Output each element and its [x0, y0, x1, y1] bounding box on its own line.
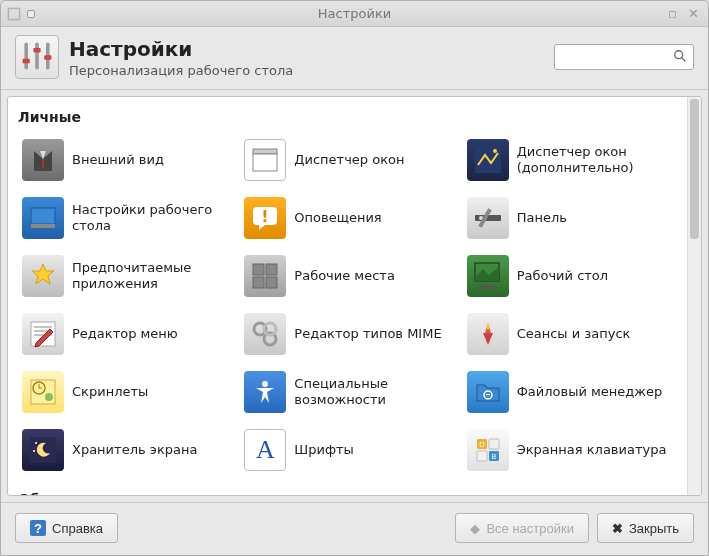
item-label: Сеансы и запуск [517, 326, 631, 342]
svg-rect-10 [253, 149, 277, 154]
screenlets-icon [22, 371, 64, 413]
page-title: Настройки [69, 37, 293, 61]
svg-rect-4 [23, 59, 30, 64]
panel-icon [467, 197, 509, 239]
svg-rect-48 [477, 451, 487, 461]
titlebar[interactable]: Настройки ▫ ✕ [1, 1, 708, 27]
search-icon [673, 49, 687, 66]
close-button[interactable]: ✖ Закрыть [597, 513, 694, 543]
close-icon: ✖ [612, 521, 623, 536]
window-manager-icon [244, 139, 286, 181]
svg-rect-5 [33, 48, 40, 53]
item-panel[interactable]: Панель [463, 191, 677, 245]
svg-point-41 [262, 381, 268, 387]
header-text: Настройки Персонализация рабочего стола [69, 37, 293, 78]
item-fonts[interactable]: A Шрифты [240, 423, 454, 477]
header: Настройки Персонализация рабочего стола [1, 27, 708, 90]
fonts-icon: A [244, 429, 286, 471]
scrollbar-thumb[interactable] [690, 99, 699, 239]
item-window-manager[interactable]: Диспетчер окон [240, 133, 454, 187]
section-personal-title: Личные [18, 109, 677, 125]
close-window-icon[interactable]: ✕ [688, 7, 702, 21]
svg-rect-23 [253, 277, 264, 288]
item-label: Диспетчер окон [294, 152, 404, 168]
item-screenlets[interactable]: Скринлеты [18, 365, 232, 419]
help-icon: ? [30, 520, 46, 536]
item-menu-editor[interactable]: Редактор меню [18, 307, 232, 361]
svg-rect-6 [44, 55, 51, 60]
item-preferred-apps[interactable]: Предпочитаемые приложения [18, 249, 232, 303]
item-mime-editor[interactable]: Редактор типов MIME [240, 307, 454, 361]
search-input[interactable] [554, 44, 694, 70]
item-screensaver[interactable]: Хранитель экрана [18, 423, 232, 477]
item-label: Редактор типов MIME [294, 326, 441, 342]
back-icon: ◆ [470, 521, 480, 536]
item-onscreen-keyboard[interactable]: OB Экранная клавиатура [463, 423, 677, 477]
item-label: Диспетчер окон (дополнительно) [517, 144, 673, 177]
section-hardware-title: Оборудование [18, 491, 677, 495]
item-desktop-settings[interactable]: Настройки рабочего стола [18, 191, 232, 245]
item-workspaces[interactable]: Рабочие места [240, 249, 454, 303]
minimize-icon[interactable]: ▫ [668, 7, 682, 21]
svg-point-13 [493, 149, 497, 153]
item-session-startup[interactable]: Сеансы и запуск [463, 307, 677, 361]
item-file-manager[interactable]: Файловый менеджер [463, 365, 677, 419]
item-appearance[interactable]: Внешний вид [18, 133, 232, 187]
screensaver-icon [22, 429, 64, 471]
svg-rect-2 [35, 43, 39, 70]
scrollbar[interactable] [687, 97, 701, 495]
file-manager-icon [467, 371, 509, 413]
wm-tweaks-icon [467, 139, 509, 181]
item-label: Внешний вид [72, 152, 164, 168]
svg-rect-26 [481, 285, 493, 287]
svg-point-45 [33, 450, 35, 452]
svg-rect-0 [8, 8, 19, 19]
appearance-icon [22, 139, 64, 181]
item-label: Оповещения [294, 210, 381, 226]
svg-rect-47 [489, 439, 499, 449]
svg-rect-1 [24, 43, 28, 70]
svg-text:!: ! [262, 207, 269, 226]
titlebar-left [7, 7, 35, 21]
svg-text:B: B [491, 453, 496, 461]
settings-header-icon [15, 35, 59, 79]
all-settings-button: ◆ Все настройки [455, 513, 589, 543]
personal-grid: Внешний вид Диспетчер окон Диспетчер око… [18, 133, 677, 477]
all-settings-label: Все настройки [486, 521, 574, 536]
window-title: Настройки [1, 6, 708, 21]
mime-editor-icon [244, 313, 286, 355]
item-label: Настройки рабочего стола [72, 202, 228, 235]
session-icon [467, 313, 509, 355]
svg-rect-27 [477, 287, 497, 289]
help-button[interactable]: ? Справка [15, 513, 118, 543]
item-label: Предпочитаемые приложения [72, 260, 228, 293]
page-subtitle: Персонализация рабочего стола [69, 63, 293, 78]
titlebar-dot-icon [27, 10, 35, 18]
item-label: Панель [517, 210, 567, 226]
svg-rect-9 [42, 159, 44, 169]
menu-editor-icon [22, 313, 64, 355]
svg-point-40 [45, 393, 53, 401]
preferred-apps-icon [22, 255, 64, 297]
item-label: Шрифты [294, 442, 354, 458]
item-accessibility[interactable]: Специальные возможности [240, 365, 454, 419]
footer: ? Справка ◆ Все настройки ✖ Закрыть [1, 502, 708, 555]
workspaces-icon [244, 255, 286, 297]
item-wallpaper[interactable]: Рабочий стол [463, 249, 677, 303]
wallpaper-icon [467, 255, 509, 297]
svg-rect-15 [31, 224, 55, 228]
item-label: Специальные возможности [294, 376, 450, 409]
help-button-label: Справка [52, 521, 103, 536]
item-notifications[interactable]: ! Оповещения [240, 191, 454, 245]
svg-rect-22 [266, 264, 277, 275]
close-button-label: Закрыть [629, 521, 679, 536]
desktop-settings-icon [22, 197, 64, 239]
item-label: Редактор меню [72, 326, 178, 342]
window-menu-icon[interactable] [7, 7, 21, 21]
svg-text:O: O [479, 441, 485, 449]
svg-line-8 [682, 57, 686, 61]
item-label: Файловый менеджер [517, 384, 663, 400]
item-window-manager-tweaks[interactable]: Диспетчер окон (дополнительно) [463, 133, 677, 187]
svg-rect-24 [266, 277, 277, 288]
svg-point-35 [486, 325, 490, 329]
